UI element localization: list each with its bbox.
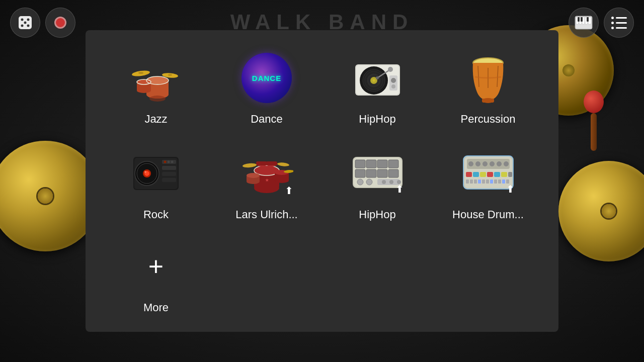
instrument-item-house[interactable]: ⬆ House Drum... xyxy=(433,136,543,231)
lars-icon: ★ xyxy=(239,146,294,201)
jazz-label: Jazz xyxy=(144,113,167,126)
svg-rect-124 xyxy=(494,179,497,184)
svg-rect-76 xyxy=(256,161,267,165)
svg-rect-118 xyxy=(470,179,473,184)
svg-point-109 xyxy=(504,161,509,166)
svg-rect-116 xyxy=(508,172,512,177)
svg-rect-90 xyxy=(388,160,398,168)
svg-rect-123 xyxy=(490,179,493,184)
svg-rect-117 xyxy=(466,179,469,184)
svg-point-98 xyxy=(382,180,386,184)
svg-point-64 xyxy=(164,161,167,163)
dance-ball: DANCE xyxy=(242,53,292,103)
svg-rect-113 xyxy=(487,172,493,177)
svg-rect-112 xyxy=(480,172,486,177)
instrument-item-hiphop1[interactable]: HipHop xyxy=(322,40,433,136)
svg-rect-120 xyxy=(478,179,481,184)
svg-rect-93 xyxy=(377,169,387,177)
svg-rect-94 xyxy=(388,169,398,177)
svg-rect-110 xyxy=(466,172,472,177)
svg-rect-125 xyxy=(498,179,501,184)
svg-rect-62 xyxy=(162,172,176,176)
lars-download-badge: ⬆ xyxy=(285,185,293,197)
svg-point-104 xyxy=(468,161,473,166)
svg-point-65 xyxy=(168,161,170,163)
svg-rect-52 xyxy=(482,99,494,103)
instrument-item-percussion[interactable]: Percussion xyxy=(433,40,543,136)
svg-rect-126 xyxy=(502,179,505,184)
svg-point-42 xyxy=(376,76,379,79)
svg-point-41 xyxy=(388,67,393,72)
more-label: More xyxy=(143,301,169,314)
percussion-icon xyxy=(460,50,516,106)
jazz-icon xyxy=(128,50,184,106)
more-button[interactable]: + More xyxy=(101,231,211,317)
svg-point-105 xyxy=(475,161,480,166)
instrument-item-hiphop2[interactable]: ⬆ HipHop xyxy=(322,136,433,231)
svg-point-59 xyxy=(144,171,146,173)
hiphop1-label: HipHop xyxy=(359,113,395,126)
svg-rect-91 xyxy=(355,169,365,177)
percussion-label: Percussion xyxy=(461,113,516,126)
dance-label: Dance xyxy=(251,113,283,126)
instrument-grid: Jazz DANCE Dance xyxy=(101,40,543,231)
instrument-item-dance[interactable]: DANCE Dance xyxy=(211,40,322,136)
svg-rect-119 xyxy=(474,179,477,184)
modal-overlay: Jazz DANCE Dance xyxy=(0,0,644,362)
svg-rect-111 xyxy=(473,172,479,177)
rock-label: Rock xyxy=(143,208,169,221)
svg-rect-115 xyxy=(501,172,507,177)
dance-icon: DANCE xyxy=(239,50,294,106)
svg-point-24 xyxy=(168,74,172,76)
svg-rect-122 xyxy=(486,179,489,184)
rock-icon xyxy=(128,146,184,201)
instrument-item-rock[interactable]: Rock xyxy=(101,136,211,231)
svg-rect-121 xyxy=(482,179,485,184)
svg-point-107 xyxy=(490,161,495,166)
svg-rect-63 xyxy=(162,178,176,182)
hiphop2-download-badge: ⬆ xyxy=(395,183,404,195)
instrument-item-lars[interactable]: ★ xyxy=(211,136,322,231)
svg-rect-88 xyxy=(366,160,376,168)
svg-point-96 xyxy=(366,179,372,185)
hiphop2-icon: ⬆ xyxy=(350,146,405,201)
svg-rect-114 xyxy=(494,172,500,177)
lars-label: Lars Ulrich... xyxy=(235,208,297,221)
svg-point-83 xyxy=(277,162,289,166)
hiphop2-label: HipHop xyxy=(359,208,395,221)
more-row: + More xyxy=(101,231,543,317)
svg-point-95 xyxy=(357,179,363,185)
svg-point-74 xyxy=(247,173,260,178)
svg-point-45 xyxy=(391,84,395,88)
svg-point-66 xyxy=(171,161,174,163)
svg-point-44 xyxy=(391,78,396,83)
svg-rect-89 xyxy=(377,160,387,168)
hiphop1-icon xyxy=(350,50,405,106)
house-label: House Drum... xyxy=(452,208,524,221)
svg-point-108 xyxy=(497,161,502,166)
svg-point-22 xyxy=(138,72,143,74)
svg-point-106 xyxy=(482,161,488,166)
svg-point-25 xyxy=(149,96,166,102)
svg-text:★: ★ xyxy=(265,178,269,183)
svg-rect-78 xyxy=(266,161,277,165)
svg-point-99 xyxy=(389,180,393,184)
instrument-selector-modal: Jazz DANCE Dance xyxy=(86,30,558,332)
instrument-item-jazz[interactable]: Jazz xyxy=(101,40,211,136)
house-download-badge: ⬆ xyxy=(506,183,515,195)
svg-point-82 xyxy=(242,163,257,168)
more-plus-icon: + xyxy=(128,239,184,294)
svg-rect-92 xyxy=(366,169,376,177)
svg-rect-87 xyxy=(355,160,365,168)
house-icon: ⬆ xyxy=(460,146,516,201)
svg-rect-61 xyxy=(162,166,176,170)
